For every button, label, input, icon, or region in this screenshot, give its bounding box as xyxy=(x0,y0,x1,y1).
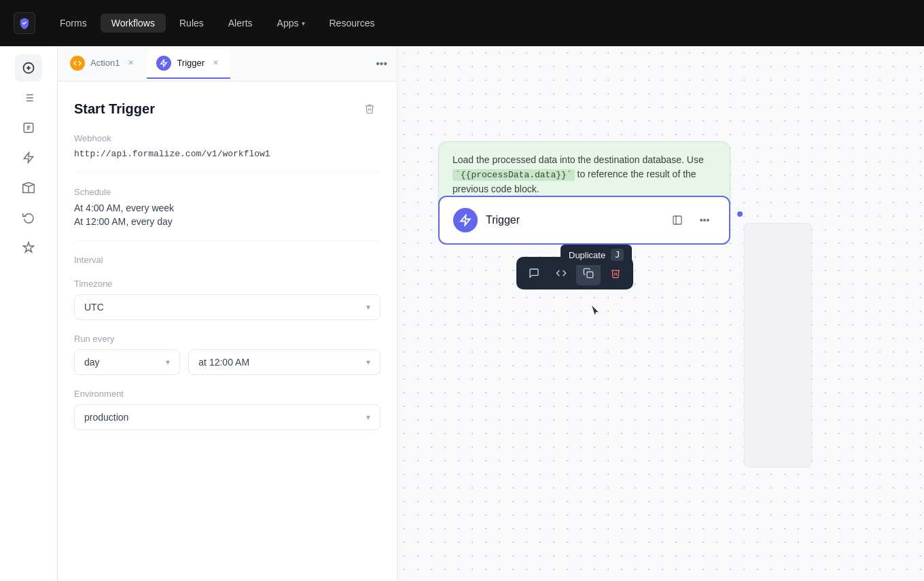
nav-workflows[interactable]: Workflows xyxy=(101,14,166,33)
webhook-value: http://api.formalize.com/v1/workflow1 xyxy=(74,149,380,159)
schedule-line-1: At 4:00 AM, every week xyxy=(74,203,380,213)
timezone-select[interactable]: UTC ▾ xyxy=(74,294,380,320)
canvas[interactable]: Load the processed data into the destina… xyxy=(397,46,924,581)
webhook-label: Webhook xyxy=(74,133,380,143)
interval-label: Interval xyxy=(74,255,380,265)
trigger-node[interactable]: Trigger ••• xyxy=(438,196,730,245)
trigger-node-more-icon: ••• xyxy=(700,215,710,226)
environment-label: Environment xyxy=(74,389,380,399)
trigger-node-actions: ••• xyxy=(667,209,715,231)
sidebar xyxy=(0,46,58,581)
trigger-node-icon xyxy=(453,208,478,232)
mouse-cursor xyxy=(591,304,599,317)
environment-select-value: production xyxy=(84,412,128,423)
context-comment-button[interactable] xyxy=(522,261,546,285)
run-every-time-value: at 12:00 AM xyxy=(198,357,249,368)
panel-section-title: Start Trigger xyxy=(74,98,380,120)
navbar: Forms Workflows Rules Alerts Apps ▾ Reso… xyxy=(0,0,924,46)
panel-body: Start Trigger Webhook http://api.formali… xyxy=(58,82,397,581)
timezone-chevron-icon: ▾ xyxy=(366,302,370,312)
duplicate-tooltip-text: Duplicate xyxy=(569,250,605,260)
nav-apps[interactable]: Apps ▾ xyxy=(266,14,316,33)
run-every-day-value: day xyxy=(84,357,100,368)
trigger-tab-label: Trigger xyxy=(177,58,205,68)
run-every-day-chevron-icon: ▾ xyxy=(166,357,170,367)
divider-1 xyxy=(74,173,380,173)
svg-marker-13 xyxy=(461,215,470,226)
trigger-node-more-button[interactable]: ••• xyxy=(694,209,715,231)
sidebar-add[interactable] xyxy=(15,54,42,82)
tooltip-code: `{{processData.data}}` xyxy=(452,169,575,181)
nav-resources[interactable]: Resources xyxy=(319,14,386,33)
trigger-tab-icon xyxy=(156,56,171,71)
right-panel-placeholder xyxy=(744,223,812,468)
run-every-time-select[interactable]: at 12:00 AM ▾ xyxy=(188,349,380,375)
svg-marker-10 xyxy=(24,153,33,163)
svg-marker-12 xyxy=(161,60,167,67)
run-every-time-chevron-icon: ▾ xyxy=(366,357,370,367)
run-every-row: day ▾ at 12:00 AM ▾ xyxy=(74,349,380,375)
svg-rect-14 xyxy=(673,216,681,224)
tabs-more-button[interactable]: ••• xyxy=(369,54,394,74)
sidebar-magic[interactable] xyxy=(15,234,42,261)
main-content: Action1 ✕ Trigger ✕ ••• Start Trigger We… xyxy=(0,46,924,581)
tab-trigger[interactable]: Trigger ✕ xyxy=(147,49,230,79)
sidebar-history[interactable] xyxy=(15,204,42,231)
panel-tabs: Action1 ✕ Trigger ✕ ••• xyxy=(58,46,397,82)
trigger-node-sidebar-button[interactable] xyxy=(667,209,688,231)
schedule-line-2: At 12:00 AM, every day xyxy=(74,216,380,227)
tab-action1[interactable]: Action1 ✕ xyxy=(60,49,145,79)
panel: Action1 ✕ Trigger ✕ ••• Start Trigger We… xyxy=(58,46,397,581)
sidebar-list[interactable] xyxy=(15,84,42,111)
action1-tab-icon xyxy=(70,56,85,71)
svg-rect-16 xyxy=(587,272,593,278)
action1-tab-label: Action1 xyxy=(90,58,120,68)
sidebar-cube[interactable] xyxy=(15,174,42,201)
sidebar-function[interactable] xyxy=(15,114,42,141)
run-every-day-select[interactable]: day ▾ xyxy=(74,349,180,375)
sidebar-lightning[interactable] xyxy=(15,144,42,171)
schedule-label: Schedule xyxy=(74,187,380,197)
nav-apps-label: Apps xyxy=(277,18,299,29)
panel-delete-button[interactable] xyxy=(359,98,380,120)
environment-select[interactable]: production ▾ xyxy=(74,404,380,430)
duplicate-shortcut-key: J xyxy=(611,249,624,261)
duplicate-tooltip: Duplicate J xyxy=(561,245,632,265)
trigger-tab-close[interactable]: ✕ xyxy=(210,58,221,69)
timezone-label: Timezone xyxy=(74,279,380,289)
divider-2 xyxy=(74,241,380,241)
trigger-node-label: Trigger xyxy=(486,214,658,226)
tooltip-text-before: Load the processed data into the destina… xyxy=(452,154,704,165)
chevron-down-icon: ▾ xyxy=(302,20,305,27)
timezone-select-value: UTC xyxy=(84,302,104,313)
nav-alerts[interactable]: Alerts xyxy=(217,14,264,33)
nav-forms[interactable]: Forms xyxy=(49,14,98,33)
panel-title-text: Start Trigger xyxy=(74,101,155,117)
nav-logo[interactable] xyxy=(14,12,35,34)
connection-dot xyxy=(736,210,744,218)
environment-chevron-icon: ▾ xyxy=(366,412,370,422)
run-every-label: Run every xyxy=(74,334,380,344)
nav-rules[interactable]: Rules xyxy=(168,14,215,33)
action1-tab-close[interactable]: ✕ xyxy=(125,58,136,69)
